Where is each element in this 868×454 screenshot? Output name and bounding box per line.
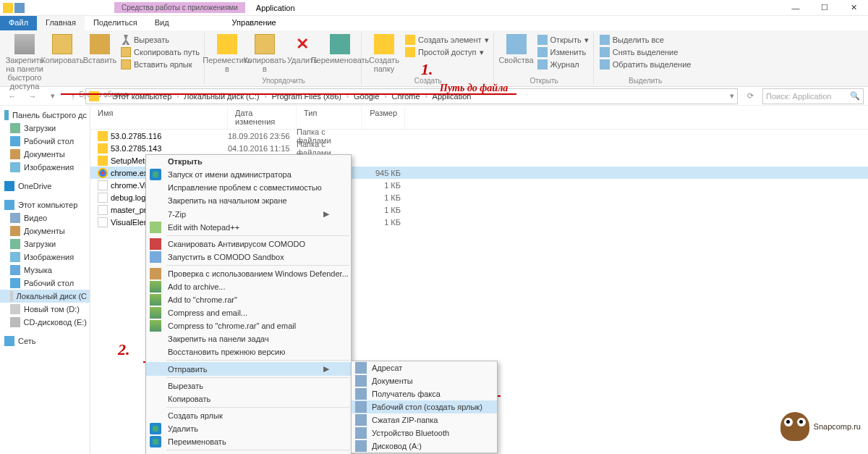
context-item[interactable]: Запустить в COMODO Sandbox <box>146 251 351 264</box>
rar-icon <box>150 281 161 293</box>
ribbon-rename[interactable]: Переименовать <box>322 33 358 77</box>
context-item[interactable]: Edit with Notepad++ <box>146 221 351 234</box>
sidebar-thispc[interactable]: Этот компьютер <box>0 198 90 211</box>
ribbon-newitem[interactable]: Создать элемент▾ <box>404 34 490 46</box>
ribbon-newfolder[interactable]: Создать папку <box>366 33 402 77</box>
context-item[interactable]: Закрепить на панели задач <box>146 332 351 345</box>
sidebar-downloads[interactable]: Загрузки <box>0 122 90 135</box>
context-item[interactable]: Копировать <box>146 392 351 405</box>
nav-recent[interactable]: ▾ <box>45 88 61 104</box>
sidebar-ddisk[interactable]: Новый том (D:) <box>0 303 90 316</box>
sidebar-cdisk[interactable]: Локальный диск (C <box>0 290 90 303</box>
sidebar-network[interactable]: Сеть <box>0 335 90 348</box>
context-item[interactable]: Compress and email... <box>146 306 351 319</box>
submenu-item[interactable]: Устройство Bluetooth <box>352 426 497 440</box>
titlebar: Средства работы с приложениями Applicati… <box>0 0 868 16</box>
breadcrumb[interactable]: › Этот компьютер› Локальный диск (C:)› P… <box>85 88 738 104</box>
ribbon-cut[interactable]: Вырезать <box>119 34 201 46</box>
submenu: АдресатДокументыПолучатель факсаРабочий … <box>351 361 498 453</box>
context-item[interactable]: Закрепить на начальном экране <box>146 194 351 207</box>
sidebar-pictures[interactable]: Изображения <box>0 161 90 174</box>
ribbon-pastelnk[interactable]: Вставить ярлык <box>119 59 201 70</box>
ribbon-copy[interactable]: Копировать <box>44 33 80 91</box>
sidebar-documents2[interactable]: Документы <box>0 224 90 237</box>
ribbon-easyaccess[interactable]: Простой доступ▾ <box>404 46 490 58</box>
sidebar-pictures2[interactable]: Изображения <box>0 251 90 264</box>
ribbon-paste[interactable]: Вставить <box>82 33 118 91</box>
submenu-item-label: Адресат <box>372 363 402 372</box>
file-icon <box>98 205 108 215</box>
context-item[interactable]: Исправление проблем с совместимостью <box>146 181 351 194</box>
submenu-item[interactable]: Рабочий стол (создать ярлык) <box>352 400 497 413</box>
submenu-item[interactable]: Адресат <box>352 361 497 374</box>
tab-share[interactable]: Поделиться <box>85 16 146 30</box>
ribbon-copypath[interactable]: Скопировать путь <box>119 46 201 58</box>
scan-icon <box>150 268 161 279</box>
submenu-item[interactable]: Документы <box>352 374 497 387</box>
floppy-icon <box>355 440 367 452</box>
ribbon-delete[interactable]: ✕Удалить <box>284 33 320 77</box>
col-type[interactable]: Тип <box>297 106 362 129</box>
ribbon-edit[interactable]: Изменить <box>536 46 590 58</box>
submenu-item[interactable]: Сжатая ZIP-папка <box>352 413 497 426</box>
context-item[interactable]: Создать ярлык <box>146 409 351 422</box>
context-item[interactable]: Переименовать <box>146 435 351 448</box>
nav-refresh[interactable]: ⟳ <box>742 88 758 104</box>
col-size[interactable]: Размер <box>362 106 405 129</box>
sidebar-desktop[interactable]: Рабочий стол <box>0 135 90 148</box>
file-list: Имя Дата изменения Тип Размер 53.0.2785.… <box>90 106 868 454</box>
ribbon-selinv[interactable]: Обратить выделение <box>598 59 693 70</box>
search-input[interactable]: Поиск: Application 🔍 <box>762 88 864 104</box>
sidebar-quick[interactable]: Панель быстрого дс <box>0 109 90 122</box>
col-name[interactable]: Имя <box>90 106 228 129</box>
nav-fwd[interactable]: → <box>25 88 41 104</box>
context-item[interactable]: Вырезать <box>146 379 351 392</box>
ribbon-moveto[interactable]: Переместить в <box>209 33 245 77</box>
ribbon-properties[interactable]: Свойства <box>498 33 535 77</box>
ribbon-pin[interactable]: Закрепить на панели быстрого доступа <box>7 33 43 91</box>
nav-up[interactable]: ↑ <box>65 88 81 104</box>
context-item[interactable]: 7-Zip▶ <box>146 207 351 221</box>
ribbon-open[interactable]: Открыть▾ <box>536 34 590 46</box>
chevron-right-icon: ▶ <box>302 364 329 374</box>
watermark: Snapcomp.ru <box>780 412 861 441</box>
minimize-button[interactable]: — <box>781 0 810 16</box>
sidebar-onedrive[interactable]: OneDrive <box>0 180 90 193</box>
file-row[interactable]: 53.0.2785.14304.10.2016 11:15Папка с фай… <box>90 142 868 154</box>
ribbon-copyto[interactable]: Копировать в <box>247 33 283 77</box>
context-item[interactable]: Compress to "chrome.rar" and email <box>146 319 351 332</box>
rar-icon <box>150 294 161 306</box>
submenu-item[interactable]: Получатель факса <box>352 387 497 400</box>
tab-file[interactable]: Файл <box>0 16 37 30</box>
sidebar-downloads2[interactable]: Загрузки <box>0 237 90 251</box>
sidebar-music[interactable]: Музыка <box>0 264 90 277</box>
ribbon-selall[interactable]: Выделить все <box>598 34 693 46</box>
col-date[interactable]: Дата изменения <box>228 106 297 129</box>
context-item[interactable]: Add to "chrome.rar" <box>146 293 351 306</box>
ribbon-selnone[interactable]: Снять выделение <box>598 46 693 58</box>
maximize-button[interactable]: ☐ <box>810 0 839 16</box>
file-row[interactable]: 53.0.2785.11618.09.2016 23:56Папка с фай… <box>90 130 868 142</box>
context-item[interactable]: Открыть <box>146 155 351 168</box>
sidebar-cddisk[interactable]: CD-дисковод (E:) <box>0 316 90 329</box>
context-item[interactable]: Удалить <box>146 422 351 435</box>
sidebar-desktop2[interactable]: Рабочий стол <box>0 277 90 290</box>
context-item[interactable]: Отправить▶АдресатДокументыПолучатель фак… <box>146 362 351 376</box>
context-item[interactable]: Сканировать Антивирусом COMODO <box>146 237 351 251</box>
context-item[interactable]: Проверка с использованием Windows Defend… <box>146 267 351 280</box>
context-item[interactable]: Запуск от имени администратора <box>146 168 351 181</box>
close-button[interactable]: ✕ <box>839 0 868 16</box>
tab-view[interactable]: Вид <box>146 16 178 30</box>
ribbon-history[interactable]: Журнал <box>536 59 590 70</box>
annotation-1-line <box>61 93 516 95</box>
nav-back[interactable]: ← <box>4 88 20 104</box>
sidebar-video[interactable]: Видео <box>0 211 90 224</box>
context-item-label: Восстановить прежнюю версию <box>168 348 285 356</box>
sidebar-documents[interactable]: Документы <box>0 148 90 161</box>
context-item[interactable]: Восстановить прежнюю версию <box>146 345 351 358</box>
submenu-item[interactable]: Дисковод (A:) <box>352 440 497 453</box>
context-item[interactable]: Add to archive... <box>146 280 351 293</box>
tab-manage[interactable]: Управление <box>218 16 291 30</box>
tab-home[interactable]: Главная <box>37 16 85 30</box>
context-item-label: Compress to "chrome.rar" and email <box>168 321 296 330</box>
